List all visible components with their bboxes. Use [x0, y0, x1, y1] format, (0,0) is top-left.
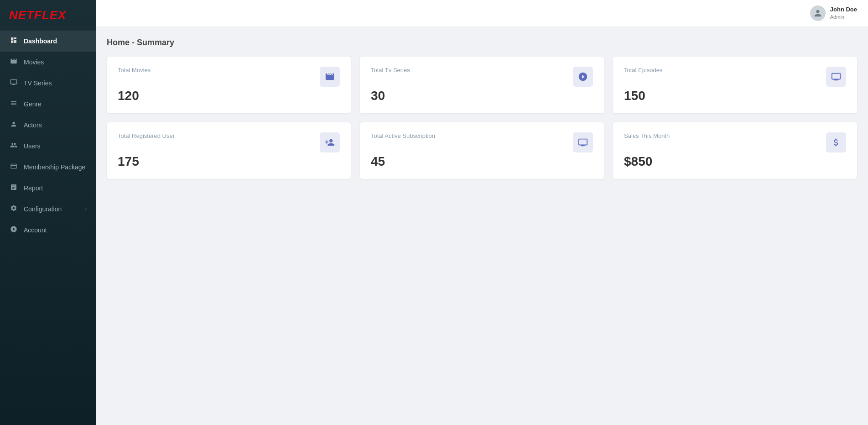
- stat-label-sales-this-month: Sales This Month: [624, 132, 670, 139]
- main-content: John Doe Admin Home - Summary Total Movi…: [96, 0, 868, 425]
- sidebar-item-membership-package-label: Membership Package: [24, 163, 87, 171]
- sidebar-item-users[interactable]: Users: [0, 136, 96, 157]
- sidebar-item-membership-package[interactable]: Membership Package: [0, 157, 96, 178]
- sidebar-item-account[interactable]: Account: [0, 220, 96, 241]
- sidebar-item-genre[interactable]: Genre: [0, 94, 96, 115]
- report-icon: [9, 184, 18, 193]
- sidebar: NETFLEX Dashboard Movies TV Series: [0, 0, 96, 425]
- movies-stat-icon: [320, 67, 340, 87]
- configuration-arrow-icon: ›: [85, 206, 87, 212]
- sidebar-item-dashboard-label: Dashboard: [24, 37, 87, 45]
- sidebar-item-movies[interactable]: Movies: [0, 52, 96, 73]
- membership-icon: [9, 163, 18, 172]
- sidebar-nav: Dashboard Movies TV Series Genre: [0, 31, 96, 241]
- stat-card-header: Total Episodes: [624, 67, 846, 87]
- tv-series-stat-icon: [573, 67, 593, 87]
- stat-card-header: Total Registered User: [118, 132, 340, 152]
- stat-card-total-registered-user: Total Registered User 175: [107, 122, 351, 179]
- user-name: John Doe: [830, 6, 857, 14]
- sidebar-item-account-label: Account: [24, 226, 87, 234]
- episodes-stat-icon: [826, 67, 846, 87]
- stat-card-total-episodes: Total Episodes 150: [613, 57, 857, 113]
- sidebar-item-configuration[interactable]: Configuration ›: [0, 199, 96, 220]
- stat-value-total-active-subscription: 45: [371, 154, 593, 169]
- stat-label-total-movies: Total Movies: [118, 67, 151, 73]
- stat-value-total-tv-series: 30: [371, 89, 593, 103]
- stat-card-total-movies: Total Movies 120: [107, 57, 351, 113]
- stat-value-total-movies: 120: [118, 89, 340, 103]
- stat-label-total-tv-series: Total Tv Series: [371, 67, 410, 73]
- dashboard-icon: [9, 37, 18, 46]
- sidebar-item-configuration-label: Configuration: [24, 205, 79, 213]
- stat-card-total-active-subscription: Total Active Subscription 45: [360, 122, 604, 179]
- sidebar-item-tv-series[interactable]: TV Series: [0, 73, 96, 94]
- registered-user-stat-icon: [320, 132, 340, 152]
- genre-icon: [9, 100, 18, 109]
- stat-card-header: Total Tv Series: [371, 67, 593, 87]
- stat-label-total-active-subscription: Total Active Subscription: [371, 132, 435, 139]
- app-logo: NETFLEX: [0, 0, 96, 31]
- stat-value-total-episodes: 150: [624, 89, 846, 103]
- sidebar-item-movies-label: Movies: [24, 58, 87, 66]
- stat-value-total-registered-user: 175: [118, 154, 340, 169]
- configuration-icon: [9, 205, 18, 214]
- tv-series-icon: [9, 79, 18, 88]
- stat-label-total-registered-user: Total Registered User: [118, 132, 175, 139]
- users-icon: [9, 142, 18, 151]
- sidebar-item-actors-label: Actors: [24, 121, 87, 129]
- stat-label-total-episodes: Total Episodes: [624, 67, 663, 73]
- stat-value-sales-this-month: $850: [624, 154, 846, 169]
- sidebar-item-tv-series-label: TV Series: [24, 79, 87, 87]
- user-role: Admin: [830, 14, 857, 20]
- stats-grid: Total Movies 120 Total Tv Series 30: [107, 57, 857, 179]
- sidebar-item-genre-label: Genre: [24, 100, 87, 108]
- active-subscription-stat-icon: [573, 132, 593, 152]
- actors-icon: [9, 121, 18, 130]
- sidebar-item-report-label: Report: [24, 184, 87, 192]
- sidebar-item-dashboard[interactable]: Dashboard: [0, 31, 96, 52]
- header: John Doe Admin: [96, 0, 868, 27]
- stat-card-header: Total Active Subscription: [371, 132, 593, 152]
- stat-card-header: Total Movies: [118, 67, 340, 87]
- stat-card-header: Sales This Month: [624, 132, 846, 152]
- sidebar-item-report[interactable]: Report: [0, 178, 96, 199]
- movies-icon: [9, 58, 18, 67]
- sidebar-item-users-label: Users: [24, 142, 87, 150]
- page-title: Home - Summary: [107, 38, 857, 47]
- stat-card-sales-this-month: Sales This Month $850: [613, 122, 857, 179]
- sales-stat-icon: [826, 132, 846, 152]
- page-content: Home - Summary Total Movies 120 Total Tv…: [96, 27, 868, 425]
- stat-card-total-tv-series: Total Tv Series 30: [360, 57, 604, 113]
- avatar: [810, 5, 826, 21]
- sidebar-item-actors[interactable]: Actors: [0, 115, 96, 136]
- user-info: John Doe Admin: [810, 5, 857, 21]
- account-icon: [9, 226, 18, 235]
- user-details: John Doe Admin: [830, 6, 857, 20]
